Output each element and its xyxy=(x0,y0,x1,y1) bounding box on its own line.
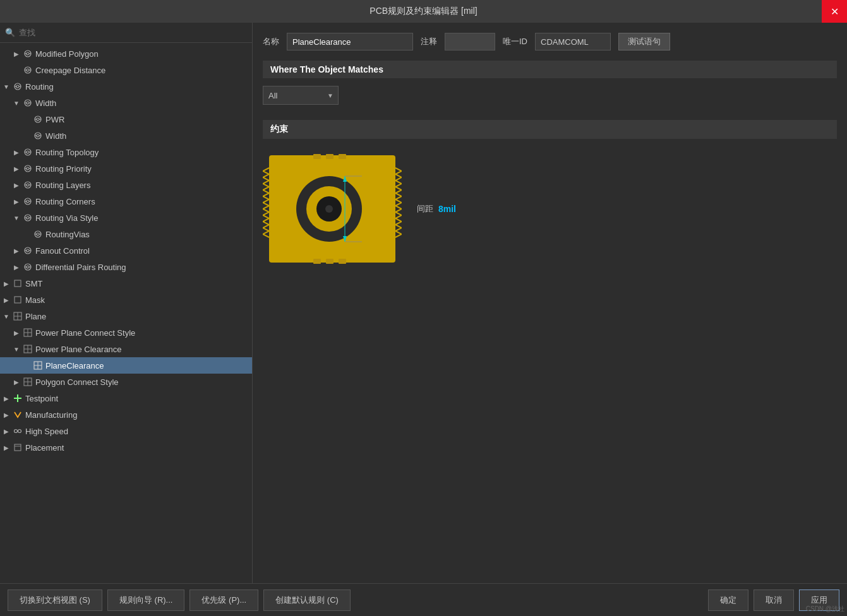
rule-wizard-btn[interactable]: 规则向导 (R)... xyxy=(107,589,185,611)
svg-point-45 xyxy=(37,233,39,235)
tree-arrow: ▶ xyxy=(3,394,10,402)
svg-rect-57 xyxy=(15,297,21,303)
tree-item-plane[interactable]: ▼ Plane xyxy=(0,308,252,324)
tree-item-diff-pairs[interactable]: ▶ Differential Pairs Routing xyxy=(0,259,252,275)
close-button[interactable]: ✕ xyxy=(822,0,847,23)
tree-arrow: ▶ xyxy=(13,165,20,172)
tree-item-routing-topology[interactable]: ▶ Routing Topology xyxy=(0,144,252,160)
svg-rect-84 xyxy=(326,259,333,264)
tree-item-routing-layers[interactable]: ▶ Routing Layers xyxy=(0,177,252,193)
tree-label: Plane xyxy=(25,312,46,321)
name-label: 名称 xyxy=(263,36,279,47)
tree-label: Routing Priority xyxy=(35,164,92,174)
tree-label: High Speed xyxy=(25,427,68,436)
svg-rect-85 xyxy=(339,259,346,264)
tree-label: Creepage Distance xyxy=(35,66,105,75)
tree-arrow: ▼ xyxy=(3,312,10,320)
cross-icon xyxy=(33,360,43,370)
plus-icon xyxy=(13,393,23,403)
svg-point-41 xyxy=(27,216,29,219)
cross-icon xyxy=(23,328,33,338)
tree-item-fanout[interactable]: ▶ Fanout Control xyxy=(0,242,252,259)
network-icon xyxy=(23,147,33,157)
svg-point-49 xyxy=(27,249,29,252)
right-panel: 名称 注释 唯一ID CDAMCOML 测试语句 Where The Objec… xyxy=(253,23,847,583)
tree-item-pwr[interactable]: ▶ PWR xyxy=(0,111,252,127)
svg-point-76 xyxy=(18,430,21,433)
tree-label: Power Plane Connect Style xyxy=(35,328,135,338)
tree-item-high-speed[interactable]: ▶ High Speed xyxy=(0,423,252,439)
bottom-bar: 切换到文档视图 (S) 规则向导 (R)... 优先级 (P)... 创建默认规… xyxy=(0,583,847,616)
tree-item-routing-corners[interactable]: ▶ Routing Corners xyxy=(0,193,252,210)
svg-point-53 xyxy=(27,266,29,268)
cross-icon xyxy=(13,311,23,321)
svg-point-9 xyxy=(16,85,19,88)
window-title: PCB规则及约束编辑器 [mil] xyxy=(369,6,477,17)
chevron-icon xyxy=(13,410,23,420)
network-icon xyxy=(23,213,33,223)
test-btn[interactable]: 测试语句 xyxy=(618,33,670,50)
note-input[interactable] xyxy=(445,33,495,50)
cross-icon xyxy=(23,344,33,354)
where-dropdown[interactable]: All Net Net Class Layer Footprint Pad xyxy=(263,86,339,105)
network-icon xyxy=(23,65,33,75)
network-icon xyxy=(13,81,23,92)
watermark: CSDN @浅社 xyxy=(806,605,844,613)
tree-item-testpoint[interactable]: ▶ Testpoint xyxy=(0,390,252,406)
tree-item-routing-vias[interactable]: ▶ RoutingVias xyxy=(0,226,252,242)
where-section: Where The Object Matches All Net Net Cla… xyxy=(263,61,837,105)
note-label: 注释 xyxy=(421,36,437,47)
tree-item-mask[interactable]: ▶ Mask xyxy=(0,292,252,308)
tree-item-plane-clearance[interactable]: ▶ PlaneClearance xyxy=(0,357,252,374)
cancel-btn[interactable]: 取消 xyxy=(754,589,794,611)
tree-item-width-sub[interactable]: ▶ Width xyxy=(0,127,252,144)
tree-item-creepage[interactable]: ▶ Creepage Distance xyxy=(0,62,252,78)
name-input[interactable] xyxy=(287,33,413,50)
svg-point-25 xyxy=(27,151,29,153)
gap-label: 间距 xyxy=(417,203,433,215)
tree-item-placement[interactable]: ▶ Placement xyxy=(0,439,252,456)
tree-label: Polygon Connect Style xyxy=(35,377,119,387)
tree-arrow: ▶ xyxy=(13,198,20,205)
tree-container: ▶ Modified Polygon ▶ Creepage Distance ▼ xyxy=(0,43,252,583)
switch-view-btn[interactable]: 切换到文档视图 (S) xyxy=(8,589,102,611)
tree-label: Mask xyxy=(25,295,45,305)
network-icon xyxy=(23,98,33,108)
tree-item-polygon-connect[interactable]: ▶ Polygon Connect Style xyxy=(0,374,252,390)
tree-arrow: ▶ xyxy=(13,329,20,336)
create-default-btn[interactable]: 创建默认规则 (C) xyxy=(263,589,351,611)
tree-label: Manufacturing xyxy=(25,410,77,420)
confirm-btn[interactable]: 确定 xyxy=(708,589,748,611)
network-icon xyxy=(23,246,33,256)
svg-rect-81 xyxy=(326,154,333,159)
pcb-diagram xyxy=(263,149,402,269)
left-panel: 🔍 ▶ Modified Polygon ▶ Creepage Distance xyxy=(0,23,253,583)
tree-item-routing-priority[interactable]: ▶ Routing Priority xyxy=(0,160,252,177)
priority-btn[interactable]: 优先级 (P)... xyxy=(189,589,258,611)
tree-label: PWR xyxy=(45,115,64,124)
tree-item-power-plane-connect[interactable]: ▶ Power Plane Connect Style xyxy=(0,324,252,341)
tree-arrow: ▼ xyxy=(13,99,20,107)
diagram-area: 间距 8mil xyxy=(263,149,837,269)
tree-arrow: ▶ xyxy=(13,181,20,189)
tree-item-manufacturing[interactable]: ▶ Manufacturing xyxy=(0,406,252,423)
network-icon xyxy=(33,229,43,239)
tree-item-power-plane-clearance[interactable]: ▼ Power Plane Clearance xyxy=(0,341,252,357)
constraint-header: 约束 xyxy=(263,120,837,139)
box-icon xyxy=(13,278,23,288)
tree-arrow: ▶ xyxy=(13,378,20,386)
svg-point-29 xyxy=(27,167,29,170)
tree-arrow: ▼ xyxy=(13,214,20,222)
tree-arrow: ▶ xyxy=(13,148,20,156)
tree-item-width[interactable]: ▼ Width xyxy=(0,95,252,111)
search-input[interactable] xyxy=(19,28,247,37)
svg-point-89 xyxy=(325,205,333,213)
tree-item-modified-polygon[interactable]: ▶ Modified Polygon xyxy=(0,45,252,62)
tree-item-smt[interactable]: ▶ SMT xyxy=(0,275,252,292)
tree-label: Placement xyxy=(25,443,64,453)
tree-label: Power Plane Clearance xyxy=(35,345,122,354)
tree-item-via-style[interactable]: ▼ Routing Via Style xyxy=(0,210,252,226)
circles-icon xyxy=(13,426,23,436)
title-bar: PCB规则及约束编辑器 [mil] ✕ xyxy=(0,0,847,23)
tree-item-routing[interactable]: ▼ Routing xyxy=(0,78,252,95)
